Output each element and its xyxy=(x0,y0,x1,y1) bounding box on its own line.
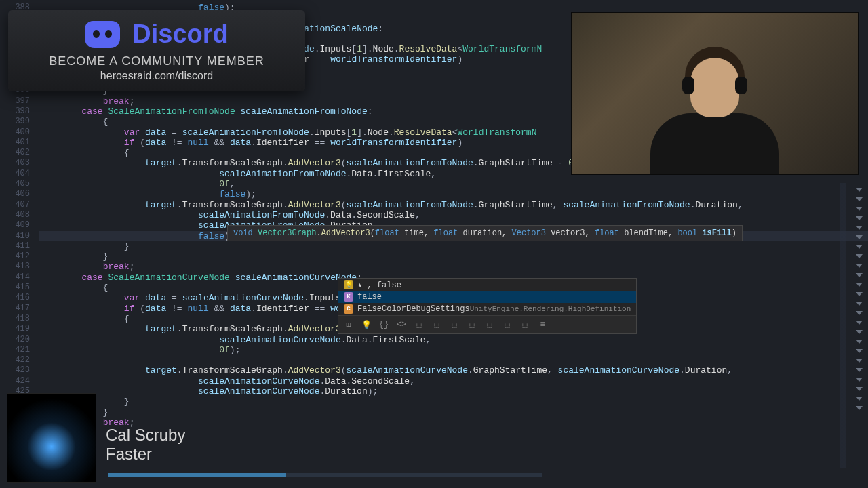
line-number: 400 xyxy=(0,127,39,138)
fold-arrow-icon[interactable] xyxy=(856,311,863,315)
line-number: 409 xyxy=(0,220,39,230)
line-number: 404 xyxy=(0,169,39,179)
sig-class: Vector3Graph xyxy=(258,228,316,238)
fold-arrow-icon[interactable] xyxy=(856,197,863,201)
line-number: 415 xyxy=(0,283,39,293)
fold-arrow-icon[interactable] xyxy=(856,321,863,325)
fold-arrow-icon[interactable] xyxy=(856,283,863,287)
fold-arrow-icon[interactable] xyxy=(856,340,863,344)
line-number: 420 xyxy=(0,335,39,345)
autocomplete-filter-button[interactable]: ⬚ xyxy=(448,319,460,331)
line-number: 413 xyxy=(0,262,39,272)
line-number: 402 xyxy=(0,148,39,158)
fold-arrow-icon[interactable] xyxy=(856,359,863,363)
autocomplete-popup[interactable]: 💡★ , falseKfalseCFalseColorDebugSettings… xyxy=(338,278,637,334)
code-line[interactable]: false); xyxy=(39,189,868,199)
bulb-icon: 💡 xyxy=(344,280,353,289)
line-number: 421 xyxy=(0,345,39,355)
code-line[interactable]: scaleAnimationFromToNode.Data.SecondScal… xyxy=(39,210,868,220)
code-line[interactable]: scaleAnimationCurveNode.Data.SecondScale… xyxy=(39,376,868,386)
line-number: 423 xyxy=(0,365,39,375)
fold-indicators[interactable] xyxy=(850,183,868,468)
code-line[interactable]: } xyxy=(39,251,868,262)
line-number: 422 xyxy=(0,355,39,365)
discord-subtitle: BECOME A COMMUNITY MEMBER xyxy=(49,54,264,68)
cls-icon: C xyxy=(344,304,353,314)
fold-arrow-icon[interactable] xyxy=(856,216,863,220)
fold-arrow-icon[interactable] xyxy=(856,292,863,296)
autocomplete-filter-button[interactable]: ⬚ xyxy=(413,319,425,331)
sig-method: AddVector3 xyxy=(321,228,370,238)
autocomplete-item[interactable]: Kfalse xyxy=(338,291,636,303)
fold-arrow-icon[interactable] xyxy=(856,273,863,277)
autocomplete-filter-button[interactable]: ⬚ xyxy=(519,319,531,331)
code-line[interactable]: target.TransformScaleGraph.AddVector3(sc… xyxy=(39,200,868,210)
autocomplete-label: ★ , false xyxy=(357,280,401,290)
autocomplete-label: FalseColorDebugSettings xyxy=(357,304,470,314)
fold-arrow-icon[interactable] xyxy=(856,302,863,306)
discord-url: heroesraid.com/discord xyxy=(100,70,213,82)
line-number: 397 xyxy=(0,96,39,106)
fold-arrow-icon[interactable] xyxy=(856,235,863,239)
autocomplete-filter-button[interactable]: ⬚ xyxy=(466,319,478,331)
album-art xyxy=(7,393,96,483)
line-number: 410 xyxy=(0,231,39,241)
line-number: 408 xyxy=(0,210,39,220)
fold-arrow-icon[interactable] xyxy=(856,349,863,353)
line-number: 417 xyxy=(0,304,39,314)
fold-arrow-icon[interactable] xyxy=(856,387,863,391)
code-line[interactable]: } xyxy=(39,241,868,251)
autocomplete-filter-button[interactable]: ⬚ xyxy=(431,319,443,331)
autocomplete-filter-button[interactable]: ⊞ xyxy=(342,319,355,331)
sig-return-type: void xyxy=(233,228,253,238)
music-artist: Cal Scruby xyxy=(106,426,185,445)
fold-arrow-icon[interactable] xyxy=(856,245,863,249)
fold-arrow-icon[interactable] xyxy=(856,406,863,410)
autocomplete-filter-button[interactable]: ≡ xyxy=(536,319,549,331)
fold-arrow-icon[interactable] xyxy=(856,330,863,334)
line-number: 419 xyxy=(0,324,39,334)
line-number: 399 xyxy=(0,117,39,127)
fold-arrow-icon[interactable] xyxy=(856,207,863,211)
autocomplete-label: false xyxy=(357,292,382,302)
autocomplete-filter-button[interactable]: 💡 xyxy=(360,319,372,331)
music-title: Faster xyxy=(106,445,185,464)
sig-params: (float time, float duration, Vector3 vec… xyxy=(370,228,736,238)
webcam-overlay xyxy=(571,12,859,175)
fold-arrow-icon[interactable] xyxy=(856,254,863,258)
kw-icon: K xyxy=(344,292,353,302)
code-line[interactable]: 0f); xyxy=(39,345,868,355)
discord-promo-banner: Discord BECOME A COMMUNITY MEMBER heroes… xyxy=(8,10,305,92)
fold-arrow-icon[interactable] xyxy=(856,368,863,372)
code-line[interactable]: target.TransformScaleGraph.AddVector3(sc… xyxy=(39,365,868,375)
autocomplete-filter-button[interactable]: {} xyxy=(378,319,390,331)
autocomplete-filter-button[interactable]: <> xyxy=(395,319,408,331)
line-number: 406 xyxy=(0,189,39,199)
autocomplete-item[interactable]: CFalseColorDebugSettingsUnityEngine.Rend… xyxy=(338,303,636,315)
fold-arrow-icon[interactable] xyxy=(856,378,863,382)
discord-icon xyxy=(85,21,120,48)
line-number: 398 xyxy=(0,106,39,117)
fold-arrow-icon[interactable] xyxy=(856,188,863,192)
minimap[interactable] xyxy=(840,183,846,468)
line-number: 403 xyxy=(0,158,39,168)
autocomplete-filter-button[interactable]: ⬚ xyxy=(484,319,496,331)
fold-arrow-icon[interactable] xyxy=(856,264,863,268)
line-number: 418 xyxy=(0,314,39,324)
autocomplete-item[interactable]: 💡★ , false xyxy=(338,279,636,291)
line-number: 424 xyxy=(0,376,39,386)
fold-arrow-icon[interactable] xyxy=(856,226,863,230)
autocomplete-filter-button[interactable]: ⬚ xyxy=(501,319,513,331)
line-number: 416 xyxy=(0,293,39,303)
line-number: 405 xyxy=(0,179,39,189)
code-line[interactable] xyxy=(39,355,868,365)
autocomplete-namespace: UnityEngine.Rendering.HighDefinition xyxy=(470,305,631,313)
signature-help-tooltip: void Vector3Graph.AddVector3(float time,… xyxy=(227,225,743,241)
now-playing-overlay: Cal Scruby Faster xyxy=(7,393,203,483)
autocomplete-toolbar: ⊞💡{}<>⬚⬚⬚⬚⬚⬚⬚≡ xyxy=(338,315,636,333)
code-line[interactable]: 0f, xyxy=(39,179,868,189)
code-line[interactable]: scaleAnimationCurveNode.Data.FirstScale, xyxy=(39,335,868,345)
code-line[interactable]: break; xyxy=(39,262,868,272)
fold-arrow-icon[interactable] xyxy=(856,396,863,401)
line-number: 412 xyxy=(0,251,39,262)
